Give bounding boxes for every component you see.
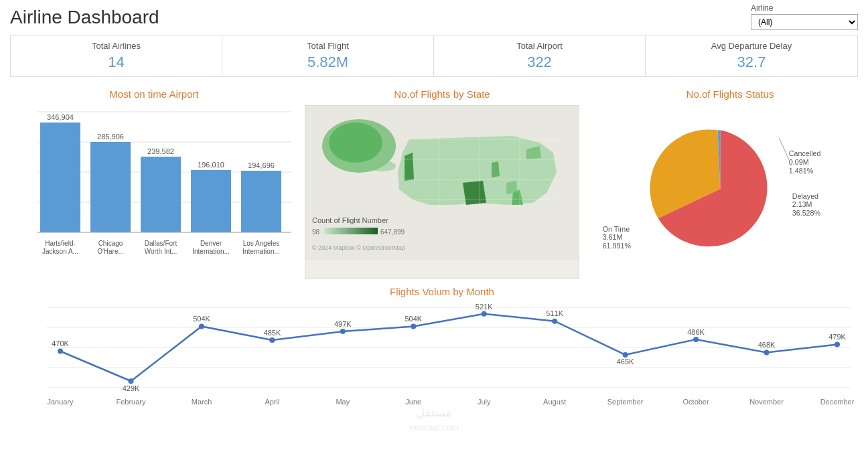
bar-4 [191,170,231,232]
point-nov [764,350,770,356]
svg-text:1.481%: 1.481% [789,167,814,175]
svg-line-47 [779,138,789,159]
pie-svg: Cancelled 0.09M 1.481% Delayed 2.13M 36.… [593,108,867,276]
svg-text:Denver: Denver [200,240,222,247]
svg-text:May: May [336,398,350,406]
svg-point-24 [369,161,396,171]
svg-text:On Time: On Time [603,225,630,233]
map-chart-title: No.of Flights by State [305,88,579,100]
svg-text:Cancelled: Cancelled [789,149,821,157]
map-chart-section: No.of Flights by State [298,85,586,283]
stat-cell-1: Total Flight5.82M [222,35,434,76]
svg-marker-31 [506,181,517,194]
line-chart-svg: 470K 429K 504K 485K 497K 504K 521K 511K … [20,301,857,421]
point-jul [482,311,487,317]
pie-area: Cancelled 0.09M 1.481% Delayed 2.13M 36.… [593,105,867,279]
svg-text:468K: 468K [758,341,776,349]
svg-text:Los Angeles: Los Angeles [243,240,280,247]
stat-cell-0: Total Airlines14 [11,35,222,76]
stat-value-2: 322 [437,54,642,71]
svg-text:Internation...: Internation... [192,248,230,255]
svg-text:479K: 479K [828,333,846,341]
line-chart-title: Flights Volum by Month [20,286,864,297]
point-mar [199,323,204,329]
svg-text:485K: 485K [264,329,281,337]
svg-text:521K: 521K [476,303,493,311]
stats-row: Total Airlines14Total Flight5.82MTotal A… [10,35,858,77]
svg-marker-26 [463,181,486,205]
svg-text:2.13M: 2.13M [792,200,812,208]
stat-label-2: Total Airport [437,41,642,51]
svg-text:647,899: 647,899 [380,228,405,236]
airline-filter: Airline (All)American AirlinesDeltaUnite… [751,3,858,30]
bar-chart-section: Most on time Airport 346,904 Hartsfield-… [10,85,298,283]
svg-text:346,904: 346,904 [47,113,74,121]
svg-text:504K: 504K [193,315,210,323]
svg-text:Count of Flight Number: Count of Flight Number [312,216,388,224]
bar-5 [241,171,281,232]
svg-text:July: July [478,398,491,406]
svg-point-23 [329,123,382,163]
stat-label-3: Avg Departure Delay [648,41,855,51]
watermark: مستقلmostaql.com [409,405,459,434]
stat-label-1: Total Flight [225,41,431,51]
svg-text:Hartsfield-: Hartsfield- [45,240,76,247]
svg-text:Jackson A...: Jackson A... [42,248,78,255]
svg-rect-41 [324,228,378,234]
svg-text:470K: 470K [52,339,69,347]
svg-text:98: 98 [312,228,320,236]
svg-text:March: March [192,398,212,406]
svg-text:239,582: 239,582 [147,147,174,155]
svg-text:486K: 486K [687,328,705,336]
airline-filter-label: Airline [751,3,773,13]
svg-text:O'Hare...: O'Hare... [97,248,124,255]
stat-cell-3: Avg Departure Delay32.7 [646,35,857,76]
pie-chart-title: No.of Flights Status [593,88,867,100]
point-sep [623,352,628,358]
point-oct [693,337,699,342]
point-may [340,329,346,334]
svg-text:October: October [683,398,709,406]
svg-text:36.528%: 36.528% [792,209,821,217]
svg-text:January: January [47,398,74,406]
bar-2 [90,142,131,232]
svg-text:3.61M: 3.61M [603,233,623,241]
svg-text:465K: 465K [617,358,634,366]
stat-cell-2: Total Airport322 [434,35,646,76]
stat-value-0: 14 [13,54,219,71]
svg-text:November: November [749,398,784,406]
svg-text:Delayed: Delayed [792,192,818,200]
point-feb [129,378,134,384]
svg-marker-27 [405,153,414,181]
airline-select[interactable]: (All)American AirlinesDeltaUnitedSouthwe… [751,14,858,30]
stat-label-0: Total Airlines [13,41,219,51]
point-dec [835,342,840,347]
svg-text:April: April [265,398,279,406]
bar-chart-svg: 346,904 Hartsfield- Jackson A... 285,906… [17,105,291,266]
svg-text:Internation...: Internation... [242,248,280,255]
point-apr [269,337,275,343]
pie-chart-section: No.of Flights Status [586,85,868,283]
svg-text:August: August [543,398,566,406]
point-aug [552,319,557,324]
svg-text:February: February [116,398,146,406]
svg-text:0.09M: 0.09M [789,158,809,166]
svg-text:December: December [820,398,855,406]
svg-text:Dallas/Fort: Dallas/Fort [145,240,177,247]
stat-value-1: 5.82M [225,54,431,71]
svg-text:Chicago: Chicago [98,240,123,247]
point-jun [411,323,416,329]
svg-text:497K: 497K [334,320,352,328]
svg-text:Worth Int...: Worth Int... [145,248,177,255]
svg-text:194,696: 194,696 [248,161,275,169]
bar-chart-title: Most on time Airport [17,88,291,100]
map-area: Count of Flight Number 98 647,899 © 2024… [305,105,579,279]
svg-marker-29 [492,161,500,177]
svg-text:© 2024 Mapbox © OpenStreetMap: © 2024 Mapbox © OpenStreetMap [312,244,405,251]
svg-text:504K: 504K [405,315,422,323]
svg-text:511K: 511K [546,309,563,317]
main-content: Most on time Airport 346,904 Hartsfield-… [10,85,858,431]
svg-text:429K: 429K [123,384,140,392]
svg-text:September: September [607,398,644,406]
svg-text:285,906: 285,906 [97,133,124,141]
